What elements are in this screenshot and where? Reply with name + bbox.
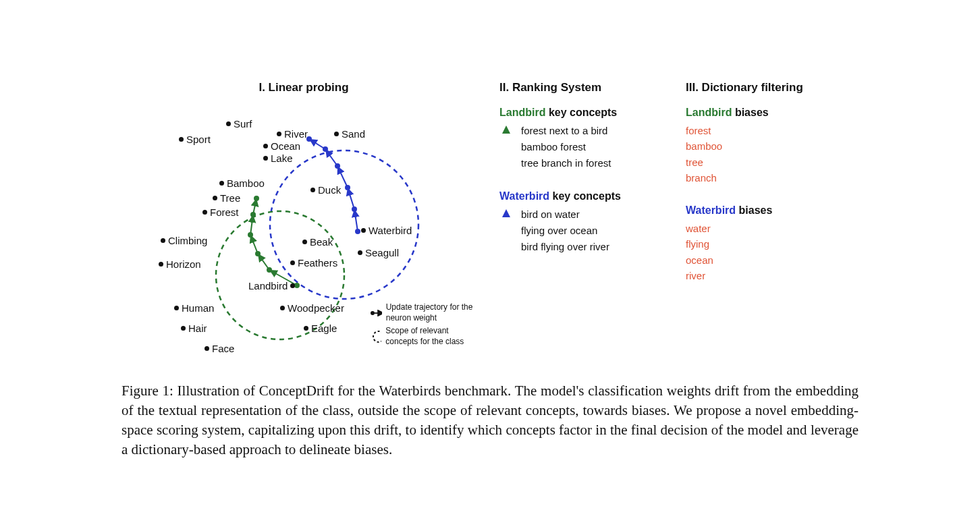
pt-ocean: Ocean bbox=[263, 140, 300, 152]
concept-item: tree branch in forest bbox=[521, 155, 611, 171]
concept-item: bird flying over river bbox=[521, 239, 609, 255]
pt-tree: Tree bbox=[213, 192, 240, 204]
pt-landbird: Landbird bbox=[248, 280, 295, 291]
bias-item: river bbox=[686, 268, 859, 283]
bias-item: flying bbox=[686, 236, 859, 252]
concept-item: bamboo forest bbox=[521, 139, 611, 155]
landbird-biases-list: forest bamboo tree branch bbox=[686, 123, 859, 186]
pt-bamboo: Bamboo bbox=[219, 177, 265, 189]
pt-beak: Beak bbox=[302, 236, 333, 248]
waterbird-concepts-block: bird on water flying over ocean bird fly… bbox=[499, 206, 672, 255]
scatter-area: Surf River Sand Sport Ocean Lake Bamboo … bbox=[121, 100, 486, 370]
pt-sand: Sand bbox=[334, 128, 365, 140]
pt-seagull: Seagull bbox=[358, 247, 399, 258]
concept-item: flying over ocean bbox=[521, 223, 609, 239]
pt-hair: Hair bbox=[181, 323, 207, 334]
blue-traj-seg bbox=[354, 209, 358, 231]
svg-point-8 bbox=[345, 185, 350, 190]
landbird-concepts-block: forest next to a bird bamboo forest tree… bbox=[499, 123, 672, 171]
svg-point-14 bbox=[373, 331, 381, 342]
legend-scope-text: Scope of relevant concepts for the class bbox=[385, 326, 481, 347]
legend-update-text: Update trajectory for the neuron weight bbox=[386, 302, 481, 323]
pt-lake: Lake bbox=[263, 152, 293, 164]
panel1-title: I. Linear probing bbox=[121, 81, 486, 94]
svg-point-2 bbox=[255, 251, 261, 256]
blue-traj-seg bbox=[348, 188, 354, 209]
panel-linear-probing: I. Linear probing bbox=[121, 81, 486, 364]
svg-point-1 bbox=[267, 267, 272, 273]
pt-waterbird: Waterbird bbox=[361, 225, 412, 236]
pt-duck: Duck bbox=[310, 184, 341, 196]
panel-ranking-system: II. Ranking System Landbird key concepts… bbox=[499, 81, 672, 364]
svg-point-12 bbox=[371, 311, 375, 315]
legend: Update trajectory for the neuron weight … bbox=[370, 302, 481, 350]
green-traj-seg bbox=[258, 254, 269, 270]
green-traj-seg bbox=[253, 198, 256, 215]
panel-dictionary-filtering: III. Dictionary filtering Landbird biase… bbox=[686, 81, 859, 364]
pt-eagle: Eagle bbox=[304, 323, 337, 334]
concept-item: forest next to a bird bbox=[521, 123, 611, 139]
bias-item: tree bbox=[686, 155, 859, 170]
svg-point-10 bbox=[323, 146, 328, 152]
pt-surf: Surf bbox=[226, 118, 252, 130]
svg-point-5 bbox=[254, 196, 259, 201]
legend-update-row: Update trajectory for the neuron weight bbox=[370, 302, 481, 323]
legend-dashed-circle-icon bbox=[370, 330, 381, 343]
figure-container: I. Linear probing bbox=[121, 81, 859, 460]
bias-item: ocean bbox=[686, 252, 859, 268]
landbird-concepts-head: Landbird key concepts bbox=[499, 107, 672, 119]
svg-point-6 bbox=[355, 229, 360, 234]
waterbird-biases-head: Waterbird biases bbox=[686, 204, 859, 217]
bias-item: forest bbox=[686, 123, 859, 138]
figure-caption: Figure 1: Illustration of ConceptDrift f… bbox=[121, 381, 859, 460]
bias-item: branch bbox=[686, 170, 859, 186]
waterbird-concepts-list: bird on water flying over ocean bird fly… bbox=[521, 206, 609, 255]
blue-traj-seg bbox=[309, 139, 325, 149]
green-traj-seg bbox=[250, 235, 258, 254]
panels-row: I. Linear probing bbox=[121, 81, 859, 364]
panel3-title: III. Dictionary filtering bbox=[686, 81, 859, 94]
pt-feathers: Feathers bbox=[290, 257, 337, 269]
pt-horizon: Horizon bbox=[159, 258, 201, 270]
bias-item: water bbox=[686, 221, 859, 236]
waterbird-biases-list: water flying ocean river bbox=[686, 221, 859, 283]
svg-point-7 bbox=[352, 206, 357, 212]
svg-point-4 bbox=[250, 212, 256, 217]
landbird-biases-head: Landbird biases bbox=[686, 107, 859, 119]
up-arrow-blue-icon bbox=[499, 206, 513, 255]
pt-forest: Forest bbox=[202, 206, 239, 218]
svg-point-9 bbox=[335, 163, 340, 169]
legend-arrow-icon bbox=[370, 310, 382, 316]
pt-face: Face bbox=[205, 343, 234, 354]
up-arrow-green-icon bbox=[499, 123, 513, 171]
green-traj-seg bbox=[250, 215, 253, 235]
pt-climbing: Climbing bbox=[161, 235, 207, 246]
pt-river: River bbox=[277, 128, 308, 140]
waterbird-concepts-head: Waterbird key concepts bbox=[499, 190, 672, 202]
pt-woodpecker: Woodpecker bbox=[280, 302, 344, 314]
blue-traj-seg bbox=[325, 149, 337, 166]
panel2-title: II. Ranking System bbox=[499, 81, 672, 94]
legend-scope-row: Scope of relevant concepts for the class bbox=[370, 326, 481, 347]
pt-sport: Sport bbox=[179, 134, 211, 145]
svg-point-3 bbox=[248, 232, 253, 238]
pt-human: Human bbox=[174, 302, 214, 314]
landbird-scope-circle bbox=[216, 211, 344, 339]
bias-item: bamboo bbox=[686, 138, 859, 154]
concept-item: bird on water bbox=[521, 206, 609, 223]
landbird-concepts-list: forest next to a bird bamboo forest tree… bbox=[521, 123, 611, 171]
